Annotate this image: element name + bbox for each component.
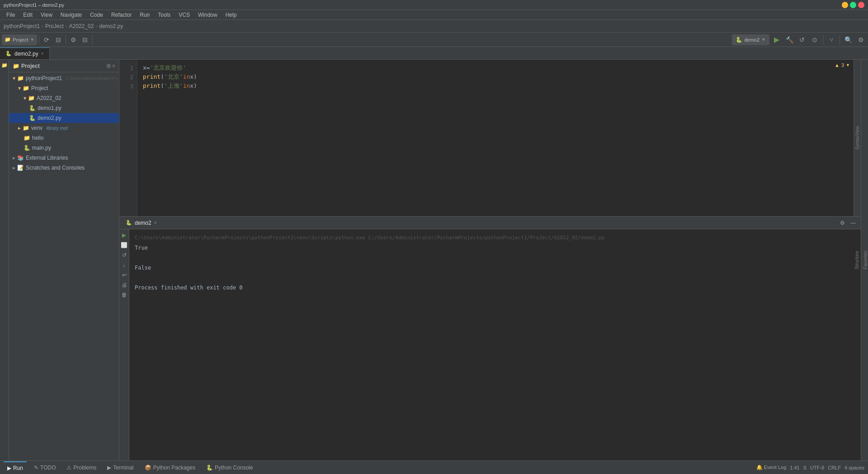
tree-item-ext-libs[interactable]: ▸ 📚 External Libraries [9,153,119,163]
a2022-expand-icon: ▾ [24,95,26,101]
minimize-button[interactable] [842,2,848,8]
breadcrumb-project[interactable]: pythonProject1 [4,23,40,29]
status-encoding[interactable]: UTF-8 [810,465,824,470]
run-minimize-icon[interactable]: — [848,218,858,228]
run-tab-label: demo2 [135,220,151,226]
tree-item-main[interactable]: 🐍 main.py [9,143,119,153]
menu-window[interactable]: Window [194,11,221,19]
run-toolbar-icons: ⚙ — [837,218,858,228]
tree-item-scratches-label: Scratches and Consoles [26,165,85,171]
status-indent[interactable]: 4 spaces [844,465,864,470]
run-trash-icon[interactable]: 🗑 [120,291,128,299]
terminal-icon: ▶ [107,465,111,471]
project-icon[interactable]: 📁 [1,62,8,69]
layout-icon[interactable]: ⊟ [80,34,90,45]
main-content: 📁 📁 Project ⚙ × ▾ 📁 pythonProject1 C:\Us… [0,60,868,460]
status-tab-problems[interactable]: ⚠ Problems [63,461,100,474]
menu-file[interactable]: File [3,11,19,19]
warning-count: 3 [841,62,844,68]
line-num-1: 1 [119,63,137,72]
problems-icon: ⚠ [66,465,71,471]
project-selector[interactable]: 📁 Project ▼ [2,34,37,45]
close-panel-icon[interactable]: × [112,63,115,69]
search-everywhere-icon[interactable]: 🔍 [843,34,854,45]
tree-item-a2022[interactable]: ▾ 📁 A2022_02 [9,93,119,103]
menu-edit[interactable]: Edit [19,11,36,19]
toolbar-separator [39,35,39,44]
menu-run[interactable]: Run [136,11,153,19]
run-play-icon[interactable]: ▶ [120,231,128,239]
ext-libs-expand-icon: ▸ [13,155,15,161]
settings-gear-icon[interactable]: ⚙ [855,34,866,45]
status-tab-python-console[interactable]: 🐍 Python Console [203,461,257,474]
python-console-icon: 🐍 [206,465,213,471]
tree-item-root[interactable]: ▾ 📁 pythonProject1 C:\Users\Administrato… [9,73,119,83]
coverage-icon[interactable]: ⊙ [809,34,820,45]
event-log-link[interactable]: 🔔 Event Log [756,465,787,470]
problems-label: Problems [73,465,96,471]
menu-code[interactable]: Code [86,11,107,19]
menu-navigate[interactable]: Navigate [57,11,85,19]
status-tab-todo[interactable]: ✎ TODO [30,461,59,474]
code-editor[interactable]: x='北京欢迎你' print('北京'in x) print('上海' in … [137,60,854,216]
run-button[interactable]: ▶ [771,34,782,45]
breadcrumb-folder[interactable]: ProJect [45,23,64,29]
run-output-blank1 [135,253,855,263]
collapse-icon[interactable]: ⊟ [53,34,64,45]
editor-tab-bar: 🐍 demo2.py × [0,47,868,60]
breadcrumb-subfolder[interactable]: A2022_02 [69,23,94,29]
tree-item-venv[interactable]: ▸ 📁 venv library root [9,123,119,133]
build-icon[interactable]: 🔨 [784,34,795,45]
run-tab-close-button[interactable]: × [154,220,157,225]
code-line-2: print('北京'in x) [143,72,849,81]
tree-item-demo2[interactable]: 🐍 demo2.py [9,113,119,123]
run-output-finished: Process finished with exit code 0 [135,283,855,293]
run-panel: 🐍 demo2 × ⚙ — ▶ ⬜ ↺ [119,216,861,460]
maximize-button[interactable] [850,2,856,8]
status-bar: ▶ Run ✎ TODO ⚠ Problems ▶ Terminal 📦 Pyt… [0,460,868,474]
right-sidebar-favorites[interactable]: Favorites [863,251,868,269]
status-lang-icon: S [803,465,807,470]
status-tab-run[interactable]: ▶ Run [4,461,27,474]
menu-view[interactable]: View [37,11,56,19]
menu-vcs[interactable]: VCS [175,11,193,19]
tree-item-demo1[interactable]: 🐍 demo1.py [9,103,119,113]
right-sidebar-structure[interactable]: Structure [854,251,859,270]
menu-tools[interactable]: Tools [154,11,174,19]
menu-bar: File Edit View Navigate Code Refactor Ru… [0,10,868,20]
status-tab-terminal[interactable]: ▶ Terminal [104,461,137,474]
run-left-bar: ▶ ⬜ ↺ ↓ ↩ 🖨 🗑 [119,229,129,460]
sync-icon[interactable]: ⟳ [41,34,52,45]
run-tab-demo2[interactable]: 🐍 demo2 × [122,219,160,227]
run-rerun-icon[interactable]: ↺ [120,251,128,259]
code-line-3: print('上海' in x) [143,81,849,90]
vcs-icon[interactable]: ⑂ [826,34,837,45]
gear-icon[interactable]: ⚙ [106,63,111,69]
status-tab-python-packages[interactable]: 📦 Python Packages [141,461,199,474]
tab-demo2[interactable]: 🐍 demo2.py × [0,47,50,59]
tree-item-project[interactable]: ▾ 📁 Project [9,83,119,93]
run-wrap-icon[interactable]: ↩ [120,271,128,279]
rerun-icon[interactable]: ↺ [797,34,807,45]
tree-item-scratches[interactable]: ▸ 📝 Scratches and Consoles [9,163,119,173]
tree-item-hello[interactable]: 📁 hello [9,133,119,143]
run-status-label: Run [13,465,23,471]
menu-refactor[interactable]: Refactor [108,11,135,19]
status-crlf[interactable]: CRLF [828,465,841,470]
tab-close-button[interactable]: × [41,51,44,56]
warning-indicator[interactable]: ▲ 3 ▼ [835,62,850,68]
run-config-selector[interactable]: 🐍 demo2 ▼ [732,34,769,45]
run-print-icon[interactable]: 🖨 [120,281,128,289]
line-num-2: 2 [119,72,137,81]
line-num-3: 3 [119,81,137,90]
settings-icon[interactable]: ⚙ [68,34,79,45]
menu-help[interactable]: Help [222,11,241,19]
run-stop-icon[interactable]: ⬜ [120,241,128,249]
project-panel-header: 📁 Project ⚙ × [9,60,119,72]
run-settings-icon[interactable]: ⚙ [837,218,847,228]
run-scroll-icon[interactable]: ↓ [120,261,128,269]
close-button[interactable] [858,2,864,8]
toolbar-sep-right [823,35,823,44]
run-output-true: True [135,243,855,253]
breadcrumb-file[interactable]: demo2.py [99,23,123,29]
